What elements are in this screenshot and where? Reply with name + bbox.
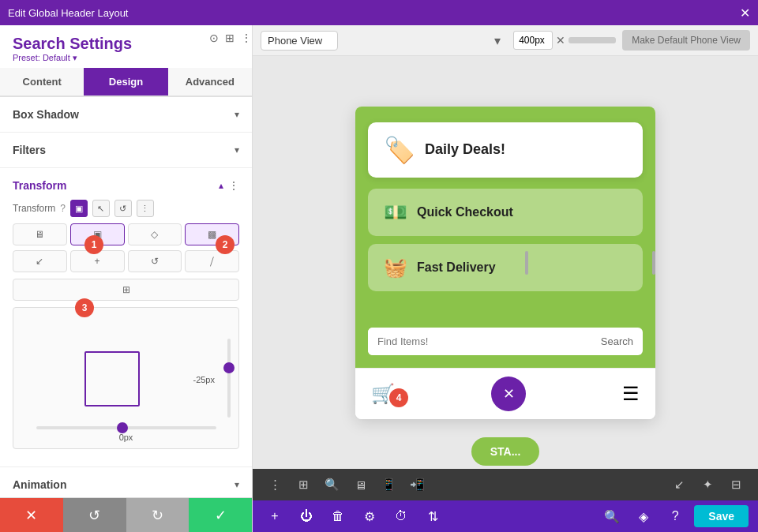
combined-bottom-bars: ⋮ ⊞ 🔍 🖥 📱 📲 ↙ ✦ ⊟ + ⏻ 🗑 ⚙ [253,469,758,532]
slider-horizontal-area: 0px [13,426,238,442]
right-panel: Phone View Tablet View Desktop View ✕ Ma… [253,25,758,532]
left-panel: Search Settings Preset: Default ▾ ⊙ ⊞ ⋮ … [0,25,253,532]
animation-title: Animation [13,478,66,491]
section-filters: Filters ▾ [0,133,252,168]
slider-bottom-value: 0px [119,433,133,442]
hero-section: 🏷️ Daily Deals! 💵 Quick Checkout 🧺 Fast … [355,107,655,318]
undo-button[interactable]: ↺ [63,498,126,532]
fast-delivery-icon: 🧺 [384,257,407,279]
search-input[interactable] [368,328,591,355]
sort-icon[interactable]: ⇅ [420,504,445,529]
toolbar-table-icon[interactable]: ⊟ [723,472,749,497]
help-icon[interactable]: ? [662,504,688,529]
toolbar-grid-icon[interactable]: ⊞ [291,472,316,497]
title-bar: Edit Global Header Layout ✕ [0,0,758,25]
transform-type-diamond[interactable]: ◇ [128,223,182,245]
help-icon[interactable]: ? [60,203,66,214]
purple-close-button[interactable]: ✕ [491,377,526,411]
phone-frame: 🏷️ Daily Deals! 💵 Quick Checkout 🧺 Fast … [355,107,655,419]
transform-select-icon[interactable]: ▣ [70,200,88,217]
hamburger-icon: ☰ [622,383,640,405]
quick-checkout-text: Quick Checkout [417,205,513,219]
chevron-down-icon: ▾ [235,109,239,120]
section-box-shadow-header[interactable]: Box Shadow ▾ [13,108,239,121]
badge-2: 2 [216,235,235,254]
toolbar-right-group: ↙ ✦ ⊟ [666,472,749,497]
chevron-up-icon: ▴ [219,180,223,191]
view-select[interactable]: Phone View Tablet View Desktop View [261,31,338,51]
transform-reset-icon[interactable]: ↺ [114,200,132,217]
toolbar-sparkle-icon[interactable]: ✦ [695,472,720,497]
clear-width-button[interactable]: ✕ [556,34,565,47]
badge-3: 3 [75,298,94,317]
width-input-group: ✕ [513,31,616,50]
timer-icon[interactable]: ⏱ [388,504,414,529]
transform-title: Transform [13,179,66,192]
right-top-bar: Phone View Tablet View Desktop View ✕ Ma… [253,25,758,56]
save-button[interactable]: Save [694,505,749,527]
toolbar-search-icon[interactable]: 🔍 [319,472,344,497]
width-input[interactable] [513,31,553,50]
panel-title: Search Settings [13,35,239,53]
close-icon[interactable]: ✕ [740,6,750,21]
panel-header: Search Settings Preset: Default ▾ ⊙ ⊞ ⋮ [0,25,252,68]
toolbar-arrow-icon[interactable]: ↙ [666,472,692,497]
view-select-wrapper: Phone View Tablet View Desktop View [261,31,507,51]
purple-toolbar: + ⏻ 🗑 ⚙ ⏱ ⇅ 🔍 ◈ ? Save [253,500,758,532]
tab-bar: Content Design Advanced [0,68,252,97]
search-button[interactable]: Search [591,328,643,355]
add-icon[interactable]: + [262,504,287,529]
confirm-button[interactable]: ✓ [189,498,252,532]
transform-header: Transform ▴ ⋮ [13,179,239,192]
animation-header[interactable]: Animation ▾ [13,478,239,491]
transform-more-icon[interactable]: ⋮ [228,179,239,192]
transform-options-icon[interactable]: ⋮ [137,200,154,217]
slider-right-value: -25px [193,375,215,384]
daily-deals-card: 🏷️ Daily Deals! [368,122,643,178]
toolbar-desktop-icon[interactable]: 🖥 [347,472,373,497]
daily-deals-icon: 🏷️ [384,135,415,165]
settings-icon[interactable]: ⚙ [357,504,382,529]
more-options-icon[interactable]: ⋮ [241,32,252,44]
columns-icon[interactable]: ⊞ [225,32,235,44]
layers-icon[interactable]: ◈ [631,504,656,529]
section-transform: Transform ▴ ⋮ Transform ? ▣ ↖ ↺ ⋮ [0,168,252,466]
redo-button[interactable]: ↻ [126,498,190,532]
section-filters-title: Filters [13,144,46,156]
transform-type-skew-left[interactable]: ↙ [13,250,67,272]
toolbar-tablet-icon[interactable]: 📱 [376,472,401,497]
slider-vertical[interactable] [227,339,231,418]
transform-visual: -25px 0px [13,307,239,449]
tab-design[interactable]: Design [84,68,167,96]
transform-type-screen[interactable]: 🖥 [13,223,67,245]
toolbar-phone-icon[interactable]: 📲 [404,472,430,497]
badge-1: 1 [84,235,103,254]
section-filters-header[interactable]: Filters ▾ [13,144,239,156]
power-icon[interactable]: ⏻ [294,504,319,529]
make-default-button[interactable]: Make Default Phone View [622,30,750,51]
title-bar-text: Edit Global Header Layout [8,7,128,19]
transform-pointer-icon[interactable]: ↖ [92,200,110,217]
panel-preset: Preset: Default ▾ [13,53,239,63]
tab-content[interactable]: Content [0,68,84,96]
slider-horizontal[interactable] [36,426,216,429]
transform-type-expand[interactable]: ⊞ [13,279,239,301]
daily-deals-text: Daily Deals! [425,141,505,158]
transform-type-slash[interactable]: ⧸ [185,250,239,272]
toolbar-menu-icon[interactable]: ⋮ [262,472,287,497]
section-box-shadow-title: Box Shadow [13,108,79,121]
focus-icon[interactable]: ⊙ [209,32,219,44]
cancel-button[interactable]: ✕ [0,498,63,532]
toolbar-left-group: ⋮ ⊞ 🔍 🖥 📱 📲 [262,472,430,497]
quick-checkout-button[interactable]: 💵 Quick Checkout [368,189,643,236]
width-display [568,37,616,43]
phone-area: 🏷️ Daily Deals! 💵 Quick Checkout 🧺 Fast … [253,56,758,469]
search-icon[interactable]: 🔍 [599,504,625,529]
dark-toolbar: ⋮ ⊞ 🔍 🖥 📱 📲 ↙ ✦ ⊟ [253,469,758,500]
fast-delivery-button[interactable]: 🧺 Fast Delivery [368,244,643,291]
start-cta-button[interactable]: STA... [471,437,540,466]
tab-advanced[interactable]: Advanced [168,68,252,96]
transform-type-rotate[interactable]: ↺ [128,250,182,272]
delete-icon[interactable]: 🗑 [325,504,351,529]
quick-checkout-icon: 💵 [384,201,407,223]
